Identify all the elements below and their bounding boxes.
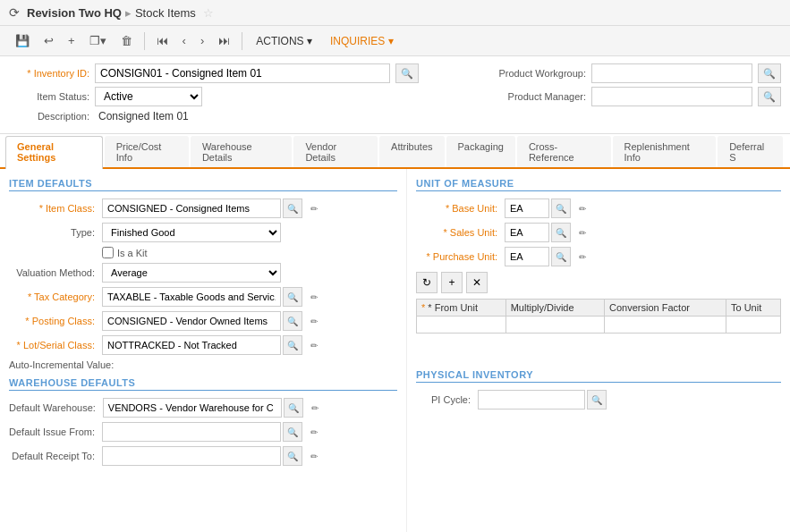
item-status-select[interactable]: Active Inactive <box>95 87 202 106</box>
valuation-select[interactable]: Average FIFO LIFO Standard <box>102 263 281 283</box>
valuation-label: Valuation Method: <box>9 267 98 278</box>
tab-price-cost-info[interactable]: Price/Cost Info <box>105 136 189 167</box>
auto-increment-label: Auto-Incremental Value: <box>9 359 117 370</box>
sales-unit-input[interactable] <box>505 223 549 242</box>
tax-category-edit-button[interactable]: ✏ <box>304 287 324 307</box>
base-unit-value: 🔍 ✏ <box>505 198 592 218</box>
next-button[interactable]: › <box>194 30 210 51</box>
default-receipt-input[interactable] <box>102 446 281 466</box>
pi-cycle-value: 🔍 <box>478 390 607 410</box>
tax-category-value: 🔍 ✏ <box>102 287 324 307</box>
default-receipt-value: 🔍 ✏ <box>102 446 324 466</box>
undo-button[interactable]: ↩ <box>38 30 60 51</box>
type-value: Finished Good Raw Material Component <box>102 223 281 242</box>
inventory-id-search-button[interactable]: 🔍 <box>395 63 419 83</box>
purchase-unit-search-button[interactable]: 🔍 <box>551 247 571 266</box>
conversion-refresh-button[interactable]: ↻ <box>416 272 437 293</box>
base-unit-edit-button[interactable]: ✏ <box>573 198 592 218</box>
item-class-search-button[interactable]: 🔍 <box>283 198 302 218</box>
product-manager-label: Product Manager: <box>505 91 586 102</box>
right-panel: UNIT OF MEASURE * Base Unit: 🔍 ✏ * Sales… <box>407 169 790 532</box>
last-button[interactable]: ⏭ <box>212 30 236 51</box>
description-value: Consigned Item 01 <box>98 110 189 122</box>
item-class-input[interactable] <box>102 198 281 218</box>
sales-unit-edit-button[interactable]: ✏ <box>573 223 592 242</box>
col-from-unit: * From Unit <box>417 300 506 317</box>
posting-class-input[interactable] <box>102 311 281 331</box>
add-button[interactable]: + <box>62 30 81 51</box>
posting-class-search-button[interactable]: 🔍 <box>283 311 302 331</box>
default-issue-search-button[interactable]: 🔍 <box>283 422 302 442</box>
default-receipt-edit-button[interactable]: ✏ <box>304 446 324 466</box>
product-manager-search-button[interactable]: 🔍 <box>758 87 781 106</box>
tax-category-label: * Tax Category: <box>9 291 98 302</box>
description-row: Description: Consigned Item 01 <box>9 110 781 122</box>
posting-class-value: 🔍 ✏ <box>102 311 324 331</box>
default-issue-input[interactable] <box>102 422 281 442</box>
is-a-kit-row: Is a Kit <box>102 247 397 258</box>
favorite-star[interactable]: ☆ <box>203 6 214 20</box>
pi-cycle-input[interactable] <box>478 390 585 410</box>
base-unit-row: * Base Unit: 🔍 ✏ <box>416 198 781 218</box>
type-row: Type: Finished Good Raw Material Compone… <box>9 223 397 242</box>
conversion-delete-button[interactable]: ✕ <box>466 272 488 293</box>
form-header: Inventory ID: 🔍 Product Workgroup: 🔍 Ite… <box>0 56 790 134</box>
default-warehouse-edit-button[interactable]: ✏ <box>305 398 325 418</box>
item-status-label: Item Status: <box>9 91 89 102</box>
delete-button[interactable]: 🗑 <box>115 30 139 51</box>
conversion-add-button[interactable]: + <box>441 272 463 293</box>
tab-vendor-details[interactable]: Vendor Details <box>293 136 378 167</box>
lot-serial-input[interactable] <box>102 335 281 355</box>
tab-replenishment-info[interactable]: Replenishment Info <box>613 136 717 167</box>
purchase-unit-label: * Purchase Unit: <box>416 251 501 262</box>
breadcrumb-arrow: ▸ <box>125 6 132 20</box>
item-defaults-header: ITEM DEFAULTS <box>9 178 397 191</box>
tax-category-search-button[interactable]: 🔍 <box>283 287 302 307</box>
tab-deferral-s[interactable]: Deferral S <box>718 136 783 167</box>
copy-button[interactable]: ❐▾ <box>83 30 113 51</box>
base-unit-search-button[interactable]: 🔍 <box>551 198 571 218</box>
type-select[interactable]: Finished Good Raw Material Component <box>102 223 281 242</box>
default-receipt-search-button[interactable]: 🔍 <box>283 446 302 466</box>
default-warehouse-search-button[interactable]: 🔍 <box>284 398 303 418</box>
first-button[interactable]: ⏮ <box>150 30 174 51</box>
product-workgroup-search-button[interactable]: 🔍 <box>758 63 781 83</box>
item-class-edit-button[interactable]: ✏ <box>304 198 324 218</box>
breadcrumb: Revision Two HQ ▸ Stock Items ☆ <box>27 6 214 20</box>
actions-button[interactable]: ACTIONS ▾ <box>248 31 320 51</box>
product-manager-input[interactable] <box>591 87 752 106</box>
tab-warehouse-details[interactable]: Warehouse Details <box>191 136 293 167</box>
tab-attributes[interactable]: Attributes <box>379 136 444 167</box>
tab-general-settings[interactable]: General Settings <box>5 136 103 169</box>
tab-packaging[interactable]: Packaging <box>446 136 515 167</box>
default-warehouse-row: Default Warehouse: 🔍 ✏ <box>9 398 397 418</box>
default-issue-edit-button[interactable]: ✏ <box>304 422 324 442</box>
inquiries-button[interactable]: INQUIRIES ▾ <box>322 31 402 51</box>
valuation-value: Average FIFO LIFO Standard <box>102 263 281 283</box>
default-warehouse-input[interactable] <box>103 398 282 418</box>
pi-cycle-label: PI Cycle: <box>416 394 474 405</box>
default-receipt-label: Default Receipt To: <box>9 451 98 461</box>
prev-button[interactable]: ‹ <box>176 30 192 51</box>
base-unit-input[interactable] <box>505 198 549 218</box>
save-button[interactable]: 💾 <box>9 30 36 51</box>
is-a-kit-checkbox[interactable] <box>102 247 114 258</box>
lot-serial-search-button[interactable]: 🔍 <box>283 335 302 355</box>
valuation-row: Valuation Method: Average FIFO LIFO Stan… <box>9 263 397 283</box>
is-a-kit-label: Is a Kit <box>117 248 148 258</box>
tab-cross-reference[interactable]: Cross-Reference <box>517 136 611 167</box>
inventory-id-input[interactable] <box>95 63 390 83</box>
purchase-unit-input[interactable] <box>505 247 549 266</box>
col-multiply-divide: Multiply/Divide <box>505 300 604 317</box>
lot-serial-edit-button[interactable]: ✏ <box>304 335 324 355</box>
sales-unit-search-button[interactable]: 🔍 <box>551 223 571 242</box>
posting-class-edit-button[interactable]: ✏ <box>304 311 324 331</box>
tax-category-input[interactable] <box>102 287 281 307</box>
purchase-unit-value: 🔍 ✏ <box>505 247 592 266</box>
tabs-bar: General Settings Price/Cost Info Warehou… <box>0 136 790 169</box>
purchase-unit-edit-button[interactable]: ✏ <box>573 247 592 266</box>
col-conversion-factor: Conversion Factor <box>605 300 726 317</box>
product-workgroup-label: Product Workgroup: <box>498 68 586 79</box>
product-workgroup-input[interactable] <box>591 63 752 83</box>
pi-cycle-search-button[interactable]: 🔍 <box>587 390 607 410</box>
